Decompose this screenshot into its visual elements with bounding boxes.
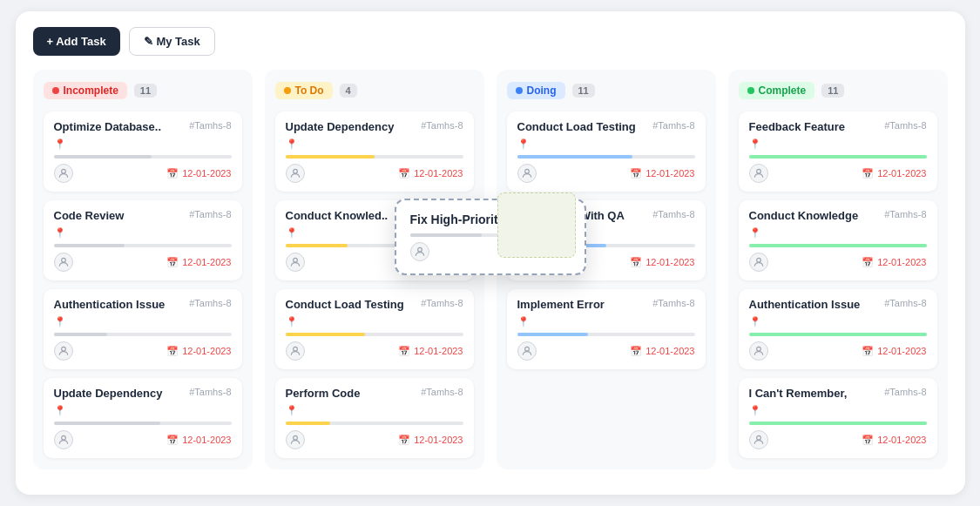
dragging-card[interactable]: Fix High-Priority Bug #Sm-12 📅 24-08-202…: [395, 199, 586, 275]
calendar-icon: 📅: [630, 346, 642, 357]
progress-bar-bg: [749, 155, 927, 159]
task-date: 📅12-01-2023: [166, 168, 231, 179]
calendar-icon: 📅: [398, 168, 410, 179]
col-count-doing: 11: [572, 84, 595, 98]
progress-bar-fill: [286, 333, 366, 336]
my-task-button[interactable]: ✎ My Task: [129, 27, 215, 56]
avatar: [286, 430, 305, 449]
calendar-icon: 📅: [862, 257, 874, 268]
task-title: Feedback Feature: [749, 120, 846, 133]
col-header-complete: Complete11: [739, 82, 937, 99]
progress-bar-fill: [54, 155, 152, 159]
avatar: [517, 164, 537, 183]
task-footer: 📅12-01-2023: [749, 253, 927, 272]
svg-point-7: [293, 435, 297, 440]
drop-zone[interactable]: [497, 192, 576, 258]
task-id: #Tamhs-8: [652, 120, 694, 131]
task-date: 📅12-01-2023: [862, 168, 926, 179]
task-title: Perform Code: [286, 387, 361, 400]
task-card[interactable]: Update Dependency#Tamhs-8📍📅12-01-2023: [275, 111, 474, 192]
task-title: Update Dependency: [54, 387, 163, 400]
svg-point-4: [293, 169, 297, 173]
task-location-row: 📍: [54, 227, 232, 239]
avatar: [517, 341, 537, 361]
task-card[interactable]: Authentication Issue#Tamhs-8📍📅12-01-2023: [739, 289, 937, 369]
progress-bar-bg: [517, 333, 695, 336]
progress-bar-bg: [286, 422, 463, 425]
task-date: 📅12-01-2023: [398, 168, 463, 179]
task-location-row: 📍: [749, 316, 927, 327]
task-card[interactable]: Conduct Knowledge#Tamhs-8📍📅12-01-2023: [739, 200, 937, 280]
task-id: #Tamhs-8: [189, 120, 231, 131]
task-card[interactable]: Update Dependency#Tamhs-8📍📅12-01-2023: [44, 378, 242, 458]
progress-bar-bg: [54, 155, 232, 159]
calendar-icon: 📅: [862, 168, 874, 179]
task-card[interactable]: Authentication Issue#Tamhs-8📍📅12-01-2023: [44, 289, 242, 369]
svg-point-12: [756, 258, 760, 262]
svg-point-0: [61, 169, 65, 173]
task-card[interactable]: Optimize Database..#Tamhs-8📍📅12-01-2023: [44, 111, 242, 192]
task-title: Optimize Database..: [54, 120, 162, 133]
col-label-doing: Doing: [527, 84, 557, 97]
avatar: [54, 253, 73, 272]
progress-bar-bg: [749, 244, 927, 247]
task-title: Update Dependency: [286, 120, 395, 133]
task-title: Conduct Load Testing: [286, 298, 404, 311]
progress-bar-fill: [749, 155, 927, 159]
calendar-icon: 📅: [166, 257, 179, 268]
task-date: 📅12-01-2023: [398, 435, 463, 446]
col-count-todo: 4: [340, 84, 357, 98]
avatar: [286, 341, 305, 361]
progress-bar-bg: [54, 422, 232, 425]
task-card[interactable]: Conduct Load Testing#Tamhs-8📍📅12-01-2023: [507, 111, 706, 192]
task-card[interactable]: I Can't Remember,#Tamhs-8📍📅12-01-2023: [739, 378, 937, 458]
col-label-incomplete: Incomplete: [64, 84, 118, 97]
avatar: [54, 341, 73, 361]
task-id: #Tamhs-8: [884, 298, 926, 308]
task-title: Authentication Issue: [749, 298, 861, 311]
col-header-incomplete: Incomplete11: [44, 82, 242, 99]
task-id: #Tamhs-8: [189, 298, 231, 308]
avatar: [749, 164, 768, 183]
task-date: 📅12-01-2023: [862, 435, 926, 446]
task-id: #Tamhs-8: [189, 387, 231, 397]
task-footer: 📅12-01-2023: [749, 430, 927, 449]
task-location-row: 📍: [749, 138, 927, 150]
app-container: + Add Task ✎ My Task Incomplete11Optimiz…: [16, 11, 965, 495]
calendar-icon: 📅: [166, 346, 179, 357]
calendar-icon: 📅: [862, 435, 874, 446]
progress-bar-fill: [749, 244, 927, 247]
add-task-button[interactable]: + Add Task: [33, 27, 120, 56]
svg-point-3: [61, 435, 65, 440]
task-date: 📅12-01-2023: [398, 346, 463, 357]
column-complete: Complete11Feedback Feature#Tamhs-8📍📅12-0…: [728, 70, 948, 469]
progress-bar-bg: [749, 422, 927, 425]
task-card[interactable]: Code Review#Tamhs-8📍📅12-01-2023: [44, 200, 242, 280]
task-card[interactable]: Feedback Feature#Tamhs-8📍📅12-01-2023: [739, 111, 937, 192]
task-card[interactable]: Perform Code#Tamhs-8📍📅12-01-2023: [275, 378, 474, 458]
progress-bar-bg: [54, 333, 232, 336]
task-title: Conduct Load Testing: [517, 120, 636, 133]
task-card[interactable]: Implement Error#Tamhs-8📍📅12-01-2023: [507, 289, 706, 369]
task-card[interactable]: Conduct Load Testing#Tamhs-8📍📅12-01-2023: [275, 289, 474, 369]
avatar: [286, 164, 305, 183]
svg-point-15: [417, 247, 422, 252]
dragging-progress-fill: [410, 233, 483, 237]
calendar-icon: 📅: [166, 168, 179, 179]
task-location-row: 📍: [749, 227, 927, 239]
avatar: [749, 253, 768, 272]
task-date: 📅12-01-2023: [166, 346, 231, 357]
svg-point-13: [756, 347, 760, 351]
task-footer: 📅12-01-2023: [749, 164, 927, 183]
task-id: #Tamhs-8: [652, 298, 694, 308]
progress-bar-fill: [749, 333, 927, 336]
task-footer: 📅12-01-2023: [286, 164, 463, 183]
task-location-row: 📍: [286, 138, 463, 150]
calendar-icon: 📅: [630, 168, 642, 179]
col-count-complete: 11: [821, 84, 844, 98]
svg-point-5: [293, 258, 297, 262]
task-title: Code Review: [54, 209, 125, 222]
avatar: [749, 341, 768, 361]
column-incomplete: Incomplete11Optimize Database..#Tamhs-8📍…: [33, 70, 253, 469]
task-footer: 📅12-01-2023: [54, 341, 232, 361]
